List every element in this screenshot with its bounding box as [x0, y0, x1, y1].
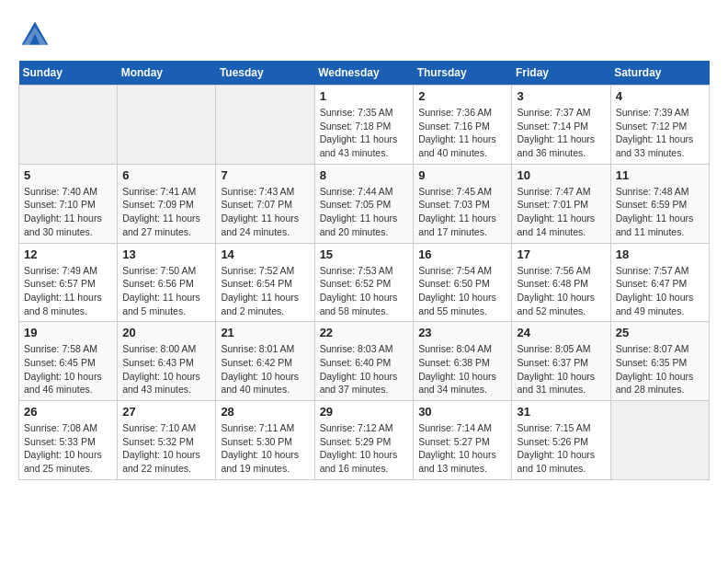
calendar-cell: 17 Sunrise: 7:56 AMSunset: 6:48 PMDaylig…	[512, 243, 610, 322]
day-info: Sunrise: 7:12 AMSunset: 5:29 PMDaylight:…	[320, 421, 409, 476]
day-info: Sunrise: 7:56 AMSunset: 6:48 PMDaylight:…	[517, 264, 605, 318]
day-info: Sunrise: 7:52 AMSunset: 6:54 PMDaylight:…	[221, 264, 309, 318]
day-number: 15	[320, 247, 409, 261]
day-info: Sunrise: 7:47 AMSunset: 7:01 PMDaylight:…	[517, 185, 605, 239]
day-info: Sunrise: 7:11 AMSunset: 5:30 PMDaylight:…	[221, 421, 309, 476]
calendar-cell: 5 Sunrise: 7:40 AMSunset: 7:10 PMDayligh…	[19, 164, 118, 243]
weekday-header: Friday	[512, 61, 610, 86]
day-info: Sunrise: 8:04 AMSunset: 6:38 PMDaylight:…	[418, 342, 506, 396]
day-number: 9	[418, 168, 506, 182]
day-number: 31	[517, 405, 605, 419]
day-number: 29	[320, 405, 409, 419]
calendar-week-row: 5 Sunrise: 7:40 AMSunset: 7:10 PMDayligh…	[19, 164, 710, 243]
day-number: 12	[24, 247, 112, 261]
day-number: 14	[221, 247, 309, 261]
calendar-cell: 13 Sunrise: 7:50 AMSunset: 6:56 PMDaylig…	[118, 243, 216, 322]
page-header	[18, 18, 710, 52]
calendar-cell: 29 Sunrise: 7:12 AMSunset: 5:29 PMDaylig…	[314, 401, 414, 480]
calendar-cell: 21 Sunrise: 8:01 AMSunset: 6:42 PMDaylig…	[216, 322, 314, 401]
weekday-header: Sunday	[19, 61, 118, 86]
day-info: Sunrise: 7:14 AMSunset: 5:27 PMDaylight:…	[418, 421, 506, 476]
day-number: 16	[418, 247, 506, 261]
calendar-cell: 1 Sunrise: 7:35 AMSunset: 7:18 PMDayligh…	[314, 86, 414, 165]
weekday-header-row: SundayMondayTuesdayWednesdayThursdayFrid…	[19, 61, 710, 86]
calendar-cell: 30 Sunrise: 7:14 AMSunset: 5:27 PMDaylig…	[414, 401, 512, 480]
day-info: Sunrise: 7:35 AMSunset: 7:18 PMDaylight:…	[320, 106, 409, 160]
calendar-cell	[19, 86, 118, 165]
day-info: Sunrise: 8:00 AMSunset: 6:43 PMDaylight:…	[122, 342, 210, 396]
day-info: Sunrise: 8:01 AMSunset: 6:42 PMDaylight:…	[221, 342, 309, 396]
day-number: 4	[616, 89, 704, 103]
calendar-cell: 2 Sunrise: 7:36 AMSunset: 7:16 PMDayligh…	[414, 86, 512, 165]
day-info: Sunrise: 7:41 AMSunset: 7:09 PMDaylight:…	[122, 185, 210, 239]
logo-icon	[18, 18, 51, 52]
day-info: Sunrise: 7:53 AMSunset: 6:52 PMDaylight:…	[320, 264, 409, 318]
day-number: 11	[616, 168, 704, 182]
day-info: Sunrise: 7:48 AMSunset: 6:59 PMDaylight:…	[616, 185, 704, 239]
day-number: 24	[517, 326, 605, 339]
weekday-header: Wednesday	[314, 61, 414, 86]
day-number: 7	[221, 168, 309, 182]
calendar-cell: 3 Sunrise: 7:37 AMSunset: 7:14 PMDayligh…	[512, 86, 610, 165]
logo	[18, 18, 57, 52]
day-info: Sunrise: 7:43 AMSunset: 7:07 PMDaylight:…	[221, 185, 309, 239]
day-number: 1	[320, 89, 409, 103]
weekday-header: Tuesday	[216, 61, 314, 86]
calendar-cell: 11 Sunrise: 7:48 AMSunset: 6:59 PMDaylig…	[610, 164, 709, 243]
day-info: Sunrise: 7:39 AMSunset: 7:12 PMDaylight:…	[616, 106, 704, 160]
day-number: 5	[24, 168, 112, 182]
day-info: Sunrise: 8:07 AMSunset: 6:35 PMDaylight:…	[616, 342, 704, 396]
calendar-week-row: 1 Sunrise: 7:35 AMSunset: 7:18 PMDayligh…	[19, 86, 710, 165]
day-info: Sunrise: 7:44 AMSunset: 7:05 PMDaylight:…	[320, 185, 409, 239]
day-number: 17	[517, 247, 605, 261]
day-info: Sunrise: 7:58 AMSunset: 6:45 PMDaylight:…	[24, 342, 112, 396]
day-number: 13	[122, 247, 210, 261]
calendar-cell: 24 Sunrise: 8:05 AMSunset: 6:37 PMDaylig…	[512, 322, 610, 401]
day-info: Sunrise: 7:54 AMSunset: 6:50 PMDaylight:…	[418, 264, 506, 318]
day-number: 30	[418, 405, 506, 419]
calendar-cell	[610, 401, 709, 480]
day-info: Sunrise: 7:15 AMSunset: 5:26 PMDaylight:…	[517, 421, 605, 476]
day-number: 3	[517, 89, 605, 103]
calendar-cell: 7 Sunrise: 7:43 AMSunset: 7:07 PMDayligh…	[216, 164, 314, 243]
calendar-cell: 9 Sunrise: 7:45 AMSunset: 7:03 PMDayligh…	[414, 164, 512, 243]
calendar-cell: 28 Sunrise: 7:11 AMSunset: 5:30 PMDaylig…	[216, 401, 314, 480]
calendar-cell: 31 Sunrise: 7:15 AMSunset: 5:26 PMDaylig…	[512, 401, 610, 480]
day-info: Sunrise: 7:37 AMSunset: 7:14 PMDaylight:…	[517, 106, 605, 160]
day-number: 26	[24, 405, 112, 419]
calendar-cell: 23 Sunrise: 8:04 AMSunset: 6:38 PMDaylig…	[414, 322, 512, 401]
calendar-cell: 15 Sunrise: 7:53 AMSunset: 6:52 PMDaylig…	[314, 243, 414, 322]
calendar-cell: 4 Sunrise: 7:39 AMSunset: 7:12 PMDayligh…	[610, 86, 709, 165]
day-number: 10	[517, 168, 605, 182]
day-info: Sunrise: 7:49 AMSunset: 6:57 PMDaylight:…	[24, 264, 112, 318]
calendar-cell: 22 Sunrise: 8:03 AMSunset: 6:40 PMDaylig…	[314, 322, 414, 401]
day-info: Sunrise: 7:45 AMSunset: 7:03 PMDaylight:…	[418, 185, 506, 239]
day-info: Sunrise: 7:50 AMSunset: 6:56 PMDaylight:…	[122, 264, 210, 318]
calendar-cell: 26 Sunrise: 7:08 AMSunset: 5:33 PMDaylig…	[19, 401, 118, 480]
day-number: 6	[122, 168, 210, 182]
day-number: 21	[221, 326, 309, 339]
day-number: 18	[616, 247, 704, 261]
day-number: 22	[320, 326, 409, 339]
day-number: 2	[418, 89, 506, 103]
day-number: 20	[122, 326, 210, 339]
day-info: Sunrise: 7:36 AMSunset: 7:16 PMDaylight:…	[418, 106, 506, 160]
day-info: Sunrise: 8:03 AMSunset: 6:40 PMDaylight:…	[320, 342, 409, 396]
calendar-cell: 27 Sunrise: 7:10 AMSunset: 5:32 PMDaylig…	[118, 401, 216, 480]
calendar-cell: 10 Sunrise: 7:47 AMSunset: 7:01 PMDaylig…	[512, 164, 610, 243]
day-info: Sunrise: 7:10 AMSunset: 5:32 PMDaylight:…	[122, 421, 210, 476]
calendar-cell: 20 Sunrise: 8:00 AMSunset: 6:43 PMDaylig…	[118, 322, 216, 401]
calendar-cell: 6 Sunrise: 7:41 AMSunset: 7:09 PMDayligh…	[118, 164, 216, 243]
day-number: 23	[418, 326, 506, 339]
calendar-week-row: 26 Sunrise: 7:08 AMSunset: 5:33 PMDaylig…	[19, 401, 710, 480]
calendar-cell: 12 Sunrise: 7:49 AMSunset: 6:57 PMDaylig…	[19, 243, 118, 322]
calendar-cell: 14 Sunrise: 7:52 AMSunset: 6:54 PMDaylig…	[216, 243, 314, 322]
day-number: 8	[320, 168, 409, 182]
day-number: 27	[122, 405, 210, 419]
calendar-cell: 19 Sunrise: 7:58 AMSunset: 6:45 PMDaylig…	[19, 322, 118, 401]
calendar-table: SundayMondayTuesdayWednesdayThursdayFrid…	[18, 61, 710, 480]
calendar-week-row: 19 Sunrise: 7:58 AMSunset: 6:45 PMDaylig…	[19, 322, 710, 401]
calendar-cell: 18 Sunrise: 7:57 AMSunset: 6:47 PMDaylig…	[610, 243, 709, 322]
weekday-header: Monday	[118, 61, 216, 86]
day-info: Sunrise: 7:57 AMSunset: 6:47 PMDaylight:…	[616, 264, 704, 318]
